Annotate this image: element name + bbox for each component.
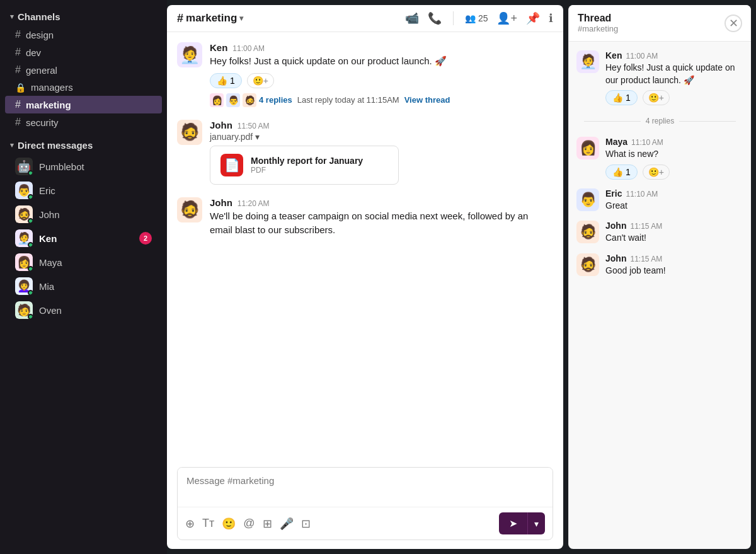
dm-name: Mia <box>39 281 54 292</box>
view-thread-button[interactable]: View thread <box>404 95 450 105</box>
thread-header: Thread #marketing ✕ <box>569 5 751 42</box>
thread-reaction-thumbsup[interactable]: 👍 1 <box>605 90 638 105</box>
thread-close-button[interactable]: ✕ <box>724 14 742 32</box>
thread-msg-author: Eric <box>605 188 622 199</box>
emoji-icon[interactable]: 🙂 <box>222 517 236 531</box>
message-header: John 11:50 AM <box>210 120 553 130</box>
sidebar-dm-eric[interactable]: 👨 Eric <box>5 178 162 202</box>
status-dot <box>28 242 33 247</box>
thread-msg-content: Maya 11:10 AM What is new? 👍 1 🙂+ <box>605 137 743 180</box>
thread-msg-row: 👨 Eric 11:10 AM Great <box>576 188 743 212</box>
message-content: John 11:20 AM We'll be doing a teaser ca… <box>210 197 553 237</box>
avatar: 🧔 <box>177 120 202 145</box>
dm-section[interactable]: ▾ Direct messages <box>0 136 167 154</box>
message-input-area: ⊕ Tт 🙂 @ ⊞ 🎤 ⊡ ➤ ▾ <box>167 459 563 549</box>
thread-replies-divider: 4 replies <box>576 114 743 128</box>
thread-msg-header: Maya 11:10 AM <box>605 137 743 147</box>
channel-dropdown-icon[interactable]: ▾ <box>239 14 243 23</box>
channels-section[interactable]: ▾ Channels <box>0 8 167 26</box>
video-icon[interactable]: 📹 <box>405 11 419 25</box>
sidebar-item-dev[interactable]: # dev <box>5 43 162 61</box>
send-group: ➤ ▾ <box>499 512 545 534</box>
message-input-box: ⊕ Tт 🙂 @ ⊞ 🎤 ⊡ ➤ ▾ <box>177 467 553 540</box>
reaction-thumbsup[interactable]: 👍 1 <box>210 73 242 88</box>
thread-msg-time: 11:10 AM <box>626 190 658 199</box>
divider-line <box>584 121 641 122</box>
thread-msg-row: 👩 Maya 11:10 AM What is new? 👍 1 🙂+ <box>576 137 743 180</box>
lock-icon: 🔒 <box>15 83 26 93</box>
sidebar-item-label: design <box>26 30 54 40</box>
add-reaction-button[interactable]: 🙂+ <box>247 73 274 88</box>
thread-msg-header: Ken 11:00 AM <box>605 50 743 61</box>
sidebar-dm-mia[interactable]: 👩‍🦱 Mia <box>5 274 162 298</box>
sidebar-dm-maya[interactable]: 👩 Maya <box>5 250 162 274</box>
avatar: 🧔 <box>15 205 33 223</box>
thread-reaction-thumbsup[interactable]: 👍 1 <box>605 164 638 180</box>
thread-participant-avatar: 👨 <box>226 93 240 107</box>
send-button[interactable]: ➤ <box>499 512 527 534</box>
reaction-emoji: 👍 <box>217 76 227 86</box>
thread-msg-content: John 11:15 AM Good job team! <box>605 253 743 277</box>
thread-msg-time: 11:15 AM <box>630 222 662 231</box>
thread-msg-header: John 11:15 AM <box>605 253 743 263</box>
unread-badge: 2 <box>139 232 152 245</box>
status-dot <box>28 170 33 175</box>
thread-msg-header: Eric 11:10 AM <box>605 188 743 199</box>
status-dot <box>28 218 33 223</box>
file-expand-icon: ▾ <box>255 132 260 142</box>
pin-icon[interactable]: 📌 <box>526 11 540 25</box>
add-member-icon[interactable]: 👤+ <box>496 11 517 25</box>
dm-name: Pumblebot <box>39 161 84 172</box>
sidebar-dm-pumblebot[interactable]: 🤖 Pumblebot <box>5 154 162 178</box>
sidebar-item-general[interactable]: # general <box>5 61 162 79</box>
thread-msg-text: Great <box>605 200 743 212</box>
header-icons: 📹 📞 👥 25 👤+ 📌 ℹ <box>405 11 553 25</box>
microphone-icon[interactable]: 🎤 <box>280 517 294 531</box>
message-row: 🧔 John 11:50 AM january.pdf ▾ 📄 Monthly … <box>177 120 553 185</box>
thread-msg-content: Eric 11:10 AM Great <box>605 188 743 212</box>
header-divider <box>453 11 454 25</box>
thread-msg-row: 🧑‍💼 Ken 11:00 AM Hey folks! Just a quick… <box>576 50 743 105</box>
sidebar-item-marketing[interactable]: # marketing <box>5 96 162 113</box>
thread-add-reaction[interactable]: 🙂+ <box>643 164 670 180</box>
avatar: 🤖 <box>15 158 33 175</box>
main-chat-area: # marketing ▾ 📹 📞 👥 25 👤+ 📌 ℹ 🧑‍💼 Ken <box>167 5 563 549</box>
text-format-icon[interactable]: Tт <box>202 517 214 530</box>
sidebar-item-security[interactable]: # security <box>5 113 162 131</box>
file-name-row[interactable]: january.pdf ▾ <box>210 132 553 142</box>
sidebar-dm-ken[interactable]: 🧑‍💼 Ken 2 <box>5 226 162 250</box>
sidebar-dm-john[interactable]: 🧔 John <box>5 202 162 226</box>
gif-icon[interactable]: ⊞ <box>263 517 272 531</box>
dm-name: Maya <box>39 257 62 268</box>
file-type: PDF <box>251 166 363 175</box>
sidebar-item-label: dev <box>26 47 41 58</box>
sidebar-item-design[interactable]: # design <box>5 26 162 43</box>
thread-msg-row: 🧔 John 11:15 AM Can't wait! <box>576 221 743 245</box>
thread-msg-time: 11:10 AM <box>631 138 663 147</box>
reaction-count: 1 <box>626 93 631 103</box>
hash-icon: # <box>15 47 21 58</box>
thread-msg-text: What is new? <box>605 148 743 161</box>
sidebar-item-managers[interactable]: 🔒 managers <box>5 79 162 96</box>
reaction-emoji: 👍 <box>612 167 623 177</box>
dm-label: Direct messages <box>18 140 93 151</box>
mention-icon[interactable]: @ <box>243 517 255 530</box>
phone-icon[interactable]: 📞 <box>428 11 442 25</box>
members-count[interactable]: 👥 25 <box>465 13 488 23</box>
channel-title[interactable]: # marketing ▾ <box>177 12 243 25</box>
channel-hash-icon: # <box>177 12 183 25</box>
message-input[interactable] <box>178 468 553 504</box>
pdf-icon: 📄 <box>220 154 243 176</box>
file-attachment[interactable]: 📄 Monthly report for January PDF <box>210 146 399 185</box>
message-time: 11:50 AM <box>238 122 270 130</box>
thread-add-reaction[interactable]: 🙂+ <box>643 90 670 105</box>
info-icon[interactable]: ℹ <box>549 11 553 25</box>
thread-last-reply: Last reply today at 11:15AM <box>297 95 399 105</box>
code-icon[interactable]: ⊡ <box>301 517 311 531</box>
message-time: 11:00 AM <box>232 44 265 53</box>
sidebar-dm-oven[interactable]: 🧑 Oven <box>5 298 162 322</box>
add-icon[interactable]: ⊕ <box>185 517 195 531</box>
send-dropdown-button[interactable]: ▾ <box>527 512 545 534</box>
thread-replies-count[interactable]: 4 replies <box>259 95 292 105</box>
avatar: 🧑‍💼 <box>177 42 202 67</box>
